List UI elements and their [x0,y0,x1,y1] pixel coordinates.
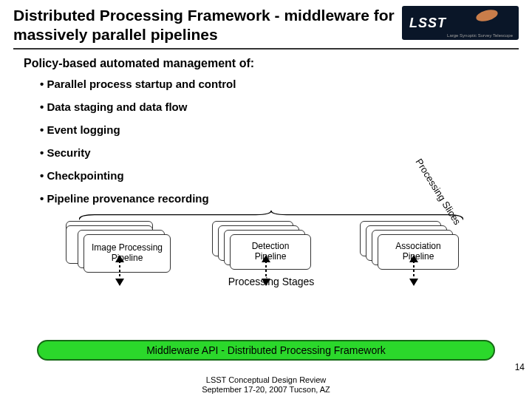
api-label: Middleware API - Distributed Processing … [146,344,386,356]
stages-label: Processing Stages [50,276,493,287]
pipeline-label: Detection Pipeline [235,242,306,262]
content: Policy-based automated management of: Pa… [13,57,519,311]
brace-icon [79,211,463,221]
list-item: Checkpointing [40,169,519,182]
list-item: Event logging [40,123,519,136]
footer: LSST Conceptual Design Review September … [0,375,532,395]
header: Distributed Processing Framework - middl… [13,6,519,50]
list-item: Data staging and data flow [40,100,519,113]
page-number: 14 [515,362,525,372]
logo: LSST Large Synoptic Survey Telescope [402,6,519,40]
pipeline-diagram: Image Processing Pipeline Detection Pipe… [50,215,493,311]
lead-text: Policy-based automated management of: [24,57,519,70]
footer-line: LSST Conceptual Design Review [0,375,532,385]
planet-icon [475,7,499,23]
pipeline-label: Association Pipeline [383,242,454,262]
page-title: Distributed Processing Framework - middl… [13,6,402,45]
api-bar: Middleware API - Distributed Processing … [37,340,495,361]
logo-text: LSST [409,16,446,31]
list-item: Security [40,146,519,159]
bullet-list: Parallel process startup and control Dat… [24,78,519,205]
logo-subtext: Large Synoptic Survey Telescope [447,33,513,38]
list-item: Parallel process startup and control [40,78,519,90]
footer-line: September 17-20, 2007 Tucson, AZ [0,385,532,395]
